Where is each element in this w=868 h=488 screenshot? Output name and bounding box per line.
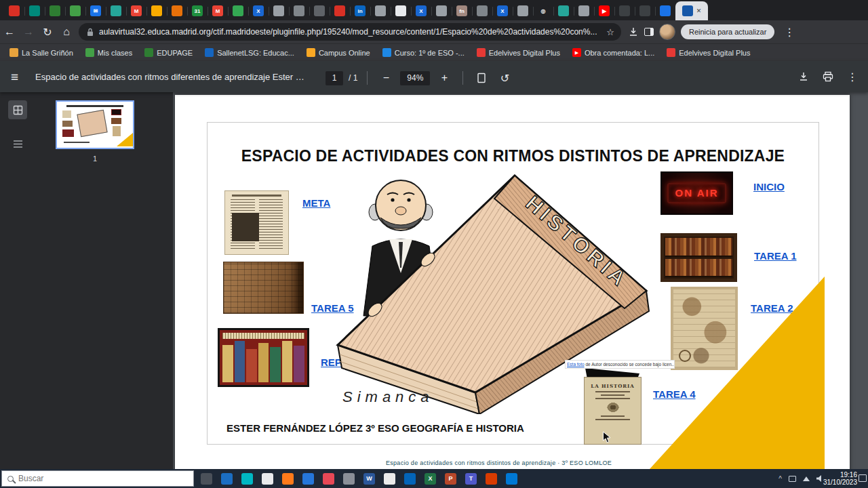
fit-page-icon[interactable]: [473, 69, 490, 87]
browser-tab[interactable]: X: [492, 1, 513, 20]
forward-icon[interactable]: →: [19, 22, 38, 41]
browser-tab[interactable]: [146, 1, 167, 20]
browser-tab[interactable]: X: [248, 1, 269, 20]
bookmark-item[interactable]: SallenetLSG: Educac...: [205, 48, 294, 57]
bookmark-item[interactable]: Campus Online: [307, 48, 370, 57]
browser-tab[interactable]: [472, 1, 492, 20]
taskbar-app-icon[interactable]: T: [465, 473, 477, 485]
address-bar[interactable]: aulavirtual32.educa.madrid.org/ctif.madr…: [79, 23, 621, 41]
taskbar-app-icon[interactable]: [241, 473, 253, 485]
bookmark-item[interactable]: EDUPAGE: [144, 48, 193, 57]
browser-tab[interactable]: [655, 1, 675, 20]
downloads-icon[interactable]: [628, 26, 639, 37]
link-tarea1[interactable]: TAREA 1: [754, 250, 797, 262]
link-meta[interactable]: META: [302, 197, 330, 209]
browser-tab[interactable]: [65, 1, 85, 20]
browser-tab[interactable]: [553, 1, 574, 20]
back-icon[interactable]: ←: [0, 22, 19, 41]
browser-tab[interactable]: ◎: [533, 1, 553, 20]
home-icon[interactable]: ⌂: [57, 22, 76, 41]
bookmark-item[interactable]: Curso: 1º de ESO -...: [382, 48, 465, 57]
bookmark-item[interactable]: Edelvives Digital Plus: [667, 48, 750, 57]
browser-tab[interactable]: [614, 1, 635, 20]
taskbar-app-icon[interactable]: [262, 473, 273, 485]
taskbar-clock[interactable]: 19:16 31/10/2023: [818, 471, 857, 486]
browser-tab[interactable]: in: [350, 1, 370, 20]
taskbar-app-icon[interactable]: [486, 473, 497, 485]
relaunch-update-button[interactable]: Reinicia para actualizar: [681, 24, 774, 39]
print-icon[interactable]: [819, 68, 837, 85]
display-tray-icon[interactable]: [789, 476, 796, 482]
bookmark-star-icon[interactable]: ☆: [606, 27, 614, 37]
browser-tab[interactable]: [309, 1, 330, 20]
zoom-out-icon[interactable]: −: [377, 69, 395, 87]
thumbnails-view-icon[interactable]: [8, 100, 27, 119]
photo-caption-link[interactable]: Esta foto: [567, 362, 585, 367]
tray-chevron-icon[interactable]: ^: [778, 475, 782, 483]
network-tray-icon[interactable]: [803, 476, 810, 481]
taskbar-app-icon[interactable]: [282, 473, 294, 485]
taskbar-app-icon[interactable]: [221, 473, 233, 485]
browser-tab[interactable]: [24, 1, 45, 20]
taskbar-app-icon[interactable]: [302, 473, 314, 485]
reload-icon[interactable]: ↻: [38, 22, 57, 41]
browser-tab[interactable]: [574, 1, 594, 20]
link-tarea4[interactable]: TAREA 4: [653, 388, 696, 400]
taskbar-search[interactable]: [1, 470, 194, 487]
browser-tab[interactable]: [370, 1, 391, 20]
browser-tab[interactable]: [228, 1, 248, 20]
pdf-menu-icon[interactable]: ≡: [11, 70, 18, 85]
browser-menu-icon[interactable]: ⋮: [780, 22, 799, 41]
taskbar-app-icon[interactable]: [201, 473, 212, 485]
bookmark-label: SallenetLSG: Educac...: [217, 49, 294, 57]
taskbar-app-icon[interactable]: [404, 473, 416, 485]
browser-tab[interactable]: [45, 1, 65, 20]
browser-tab[interactable]: [269, 1, 289, 20]
browser-tab[interactable]: ▶: [594, 1, 614, 20]
download-icon[interactable]: [795, 68, 812, 85]
side-panel-icon[interactable]: [644, 28, 654, 36]
taskbar-app-icon[interactable]: X: [425, 473, 436, 485]
tab-favicon: X: [253, 5, 264, 16]
browser-tab[interactable]: [431, 1, 452, 20]
bookmark-item[interactable]: Mis clases: [85, 48, 132, 57]
taskbar-app-icon[interactable]: [323, 473, 334, 485]
rotate-icon[interactable]: ↺: [496, 69, 513, 87]
taskbar-app-icon[interactable]: [343, 473, 355, 485]
pdf-viewport[interactable]: ESPACIO DE ACTIVIDADES CON RITMOS DISTIN…: [173, 92, 868, 469]
profile-avatar[interactable]: [659, 24, 675, 40]
browser-tab[interactable]: M: [208, 1, 228, 20]
browser-tab[interactable]: fn: [452, 1, 472, 20]
browser-tab[interactable]: ✕: [675, 1, 708, 20]
pdf-more-icon[interactable]: ⋮: [844, 68, 861, 85]
taskbar-app-icon[interactable]: [506, 473, 517, 485]
browser-tab[interactable]: [289, 1, 309, 20]
taskbar-app-icon[interactable]: W: [363, 473, 375, 485]
zoom-in-icon[interactable]: +: [435, 69, 453, 87]
page-thumbnail[interactable]: [57, 102, 133, 148]
browser-tab[interactable]: [513, 1, 533, 20]
action-center-icon[interactable]: [859, 474, 867, 482]
browser-tab[interactable]: [330, 1, 350, 20]
link-inicio[interactable]: INICIO: [753, 181, 785, 192]
bookmark-item[interactable]: La Salle Griñón: [9, 48, 73, 57]
tab-close-icon[interactable]: ✕: [696, 7, 702, 14]
browser-tab[interactable]: [391, 1, 411, 20]
browser-tab[interactable]: [4, 1, 24, 20]
browser-tab[interactable]: X: [411, 1, 431, 20]
search-input[interactable]: [18, 474, 167, 483]
bookmark-item[interactable]: ▶Obra comentada: L...: [572, 48, 654, 57]
taskbar-app-icon[interactable]: P: [445, 473, 456, 485]
link-tarea2[interactable]: TAREA 2: [751, 302, 793, 314]
tarea4-image: LA HISTORIA: [584, 377, 642, 445]
browser-tab[interactable]: ✉: [85, 1, 106, 20]
outline-view-icon[interactable]: [8, 134, 27, 153]
browser-tab[interactable]: [106, 1, 126, 20]
browser-tab[interactable]: M: [126, 1, 146, 20]
browser-tab[interactable]: [635, 1, 655, 20]
taskbar-app-icon[interactable]: [384, 473, 395, 485]
browser-tab[interactable]: [167, 1, 187, 20]
browser-tab[interactable]: 31: [187, 1, 208, 20]
page-number-input[interactable]: [326, 71, 343, 85]
bookmark-item[interactable]: Edelvives Digital Plus: [477, 48, 560, 57]
